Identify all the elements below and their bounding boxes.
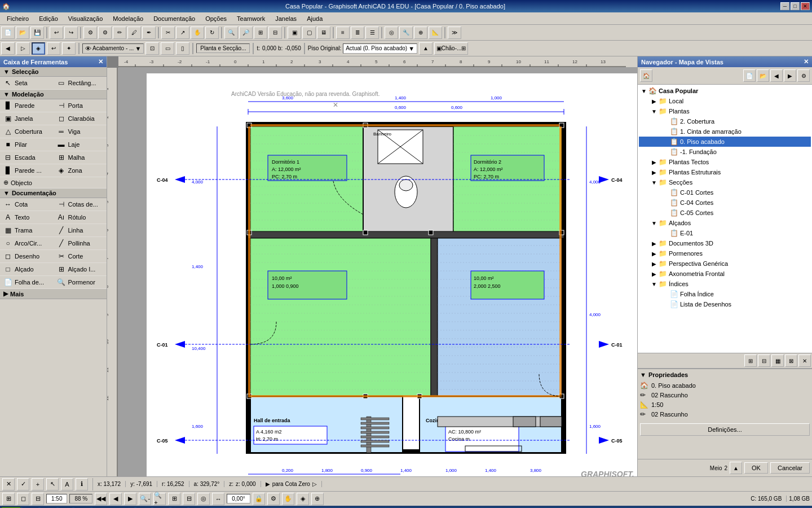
angle-lock-icon[interactable]: 🔒 xyxy=(253,493,265,505)
tool-parede[interactable]: ▊ Parede xyxy=(0,99,54,112)
tree-pormenores[interactable]: ▶ 📁 Pormenores xyxy=(639,248,811,259)
extra1-button[interactable]: ≫ xyxy=(448,27,461,39)
tool-arco[interactable]: ○ Arco/Cir... xyxy=(0,237,54,250)
tool-laje[interactable]: ▬ Laje xyxy=(54,138,107,151)
nav1-button[interactable]: ◀ xyxy=(1,42,15,55)
open-button[interactable]: 📂 xyxy=(16,27,29,39)
section-modelacao[interactable]: ▼ Modelação xyxy=(0,90,107,99)
zoom-btn3[interactable]: ▶ xyxy=(124,493,136,505)
check-icon[interactable]: ✓ xyxy=(17,478,29,491)
tool-trama[interactable]: ▦ Trama xyxy=(0,224,54,237)
tool-alcadoi[interactable]: ⊞ Alçado I... xyxy=(54,263,107,276)
nav-tree[interactable]: ▼ 🏠 Casa Popular ▶ 📁 Local ▼ 📁 Plantas 📋… xyxy=(638,85,812,353)
tree-local[interactable]: ▶ 📁 Local xyxy=(639,96,811,106)
mp-close-btn[interactable]: ✕ xyxy=(798,354,811,367)
piso-nav-button[interactable]: ▲ xyxy=(419,42,433,55)
minimize-button[interactable]: ─ xyxy=(780,2,789,10)
zoom-btn1[interactable]: ◀◀ xyxy=(95,493,107,505)
perspectiva-toggle[interactable]: ▶ xyxy=(650,260,658,268)
tree-perspectiva[interactable]: ▶ 📁 Perspectiva Genérica xyxy=(639,259,811,269)
maximize-button[interactable]: □ xyxy=(791,2,800,10)
indices-toggle[interactable]: ▼ xyxy=(650,280,658,288)
tree-root-toggle[interactable]: ▼ xyxy=(640,87,648,95)
tool-rotulo[interactable]: Aı Rótulo xyxy=(54,211,107,224)
nav-settings-button[interactable]: ⚙ xyxy=(797,69,810,82)
cancel-button[interactable]: Cancelar xyxy=(770,462,810,474)
tree-plantas-tectos[interactable]: ▶ 📁 Plantas Tectos xyxy=(639,157,811,167)
angle-settings-icon[interactable]: ⚙ xyxy=(267,493,280,505)
zoom4-button[interactable]: ⊟ xyxy=(268,27,282,39)
tree-folha-indice[interactable]: 📄 Folha Índice xyxy=(639,289,811,299)
zoom-btn7[interactable]: ⊟ xyxy=(183,493,195,505)
view-dropdown[interactable]: 👁 Acabamento - ... ▼ xyxy=(82,43,144,54)
undo-button[interactable]: ↩ xyxy=(50,27,63,39)
toolbox-close-icon[interactable]: ✕ xyxy=(98,58,103,65)
layer3-button[interactable]: ☰ xyxy=(365,27,379,39)
zoom-btn4[interactable]: 🔍- xyxy=(139,493,151,505)
tool-zona[interactable]: ◈ Zona xyxy=(54,164,107,177)
nav3-button[interactable]: ◈ xyxy=(32,42,45,55)
zoom-btn2[interactable]: ◀ xyxy=(109,493,122,505)
drawing-canvas[interactable]: ArchiCAD Versão Educação, não para reven… xyxy=(118,68,637,476)
tool-rectang[interactable]: ▭ Rectâng... xyxy=(54,77,107,90)
view-icon1[interactable]: ⊞ xyxy=(2,493,15,505)
settings-button[interactable]: ⚙ xyxy=(83,27,97,39)
zoom-btn6[interactable]: ⊞ xyxy=(168,493,180,505)
tool-objecto[interactable]: ⊕ Objecto xyxy=(0,177,107,189)
rotate-button[interactable]: ↻ xyxy=(205,27,219,39)
marker-button[interactable]: ✦ xyxy=(62,42,76,55)
tree-piso-acabado[interactable]: 📋 0. Piso acabado xyxy=(639,137,811,147)
menu-visualizacao[interactable]: Visualização xyxy=(64,14,108,23)
nav-new-button[interactable]: 📄 xyxy=(743,69,756,82)
tree-plantas-toggle[interactable]: ▼ xyxy=(650,107,658,115)
chao-btn[interactable]: ▣ Chão-... ⊞ xyxy=(434,42,468,55)
tree-root[interactable]: ▼ 🏠 Casa Popular xyxy=(639,86,811,96)
nav-prev-button[interactable]: ◀ xyxy=(770,69,783,82)
section-documentacao[interactable]: ▼ Documentação xyxy=(0,189,107,198)
tree-cobertura[interactable]: 📋 2. Cobertura xyxy=(639,116,811,126)
view-icon2[interactable]: ◻ xyxy=(17,493,29,505)
tool-texto[interactable]: A Texto xyxy=(0,211,54,224)
tool-folha[interactable]: 📄 Folha de... xyxy=(0,276,54,289)
tool-cota[interactable]: ↔ Cota xyxy=(0,198,54,211)
rect2-button[interactable]: ▯ xyxy=(176,42,189,55)
layer1-button[interactable]: ≡ xyxy=(336,27,350,39)
tool-pormenor[interactable]: 🔍 Pormenor xyxy=(54,276,107,289)
tree-fundacao[interactable]: 📋 -1. Fundação xyxy=(639,147,811,157)
tree-plantas[interactable]: ▼ 📁 Plantas xyxy=(639,106,811,116)
close-button[interactable]: ✕ xyxy=(801,2,810,10)
zoom2-button[interactable]: 🔎 xyxy=(239,27,253,39)
tectos-toggle[interactable]: ▶ xyxy=(650,158,658,166)
tool-pollinha[interactable]: ╱ Pollinha xyxy=(54,237,107,250)
nav4-button[interactable]: ↩ xyxy=(47,42,60,55)
meio-up-button[interactable]: ▲ xyxy=(730,462,742,474)
tool-viga[interactable]: ═ Viga xyxy=(54,125,107,138)
extra-icon1[interactable]: ◈ xyxy=(297,493,309,505)
misc3-button[interactable]: ⊕ xyxy=(414,27,427,39)
zoom-btn8[interactable]: ◎ xyxy=(197,493,210,505)
tool-cobertura[interactable]: △ Cobertura xyxy=(0,125,54,138)
zoom3-button[interactable]: ⊞ xyxy=(254,27,267,39)
misc1-button[interactable]: ◎ xyxy=(385,27,398,39)
draw2-button[interactable]: 🖊 xyxy=(127,27,141,39)
nav-home-button[interactable]: 🏠 xyxy=(640,69,652,82)
tree-local-toggle[interactable]: ▶ xyxy=(650,97,658,105)
menu-modelacao[interactable]: Modelação xyxy=(108,14,148,23)
axonometria-toggle[interactable]: ▶ xyxy=(650,270,658,278)
new-button[interactable]: 📄 xyxy=(1,27,15,39)
view3-button[interactable]: 🖥 xyxy=(317,27,330,39)
tree-c05[interactable]: 📋 C-05 Cortes xyxy=(639,208,811,218)
nav2-button[interactable]: ▷ xyxy=(16,42,30,55)
snap-button[interactable]: ⊡ xyxy=(145,42,159,55)
estruturais-toggle[interactable]: ▶ xyxy=(650,168,658,176)
nav-close-icon[interactable]: ✕ xyxy=(804,58,809,65)
nav-open-button[interactable]: 📂 xyxy=(757,69,769,82)
piso-selector[interactable]: Actual (0. Piso acabado) ▼ xyxy=(343,43,417,54)
menu-teamwork[interactable]: Teamwork xyxy=(232,14,270,23)
plus-icon[interactable]: + xyxy=(32,478,44,491)
section-mais[interactable]: ▶ Mais xyxy=(0,289,107,299)
planta-secao-btn[interactable]: Planta e Secção... xyxy=(196,43,250,53)
layer2-button[interactable]: ≣ xyxy=(351,27,364,39)
info-icon[interactable]: ℹ xyxy=(76,478,88,491)
tool-porta[interactable]: ⊣ Porta xyxy=(54,99,107,112)
